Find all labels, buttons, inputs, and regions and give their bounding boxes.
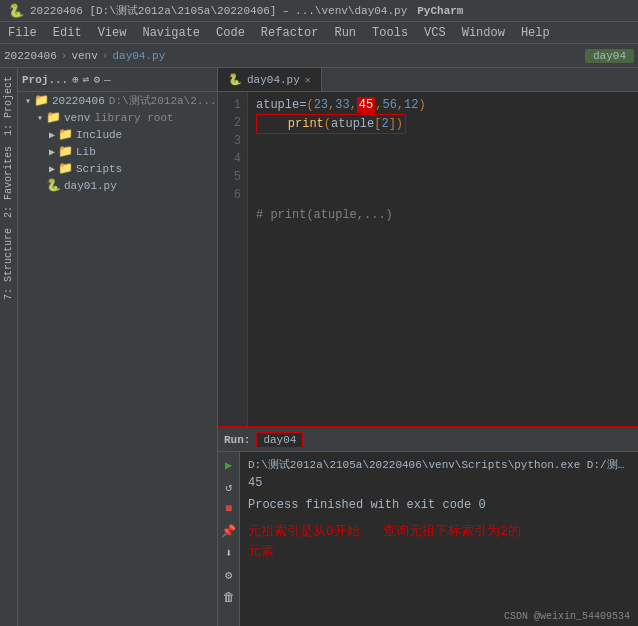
tree-item-20220406[interactable]: ▾ 📁 20220406 D:\测试2012a\2...	[18, 92, 217, 109]
output-process: Process finished with exit code 0	[248, 496, 630, 514]
tree-item-day01[interactable]: ▶ 🐍 day01.py	[18, 177, 217, 194]
title-text: 20220406 [D:\测试2012a\2105a\20220406]	[30, 3, 276, 18]
tree-label-include: Include	[76, 129, 122, 141]
tree-label-20220406: 20220406	[52, 95, 105, 107]
main-layout: 1: Project 2: Favorites 7: Structure Pro…	[0, 68, 638, 626]
tree-item-lib[interactable]: ▶ 📁 Lib	[18, 143, 217, 160]
code-content[interactable]: atuple=(23,33,45,56,12) print(atuple[2])…	[248, 92, 638, 426]
tab-label-day04: day04.py	[247, 74, 300, 86]
breadcrumb-file[interactable]: day04.py	[112, 50, 165, 62]
project-panel: Proj... ⊕ ⇌ ⚙ — ▾ 📁 20220406 D:\测试2012a\…	[18, 68, 218, 626]
tree-arrow-scripts: ▶	[46, 163, 58, 175]
menu-refactor[interactable]: Refactor	[253, 22, 327, 43]
toolbar: 20220406 › venv › day04.py day04	[0, 44, 638, 68]
tree-arrow-20220406: ▾	[22, 95, 34, 107]
breadcrumb: 20220406 › venv › day04.py	[4, 50, 165, 62]
watermark: CSDN @weixin_54409534	[504, 611, 630, 622]
tab-structure[interactable]: 7: Structure	[1, 224, 16, 304]
tree-item-scripts[interactable]: ▶ 📁 Scripts	[18, 160, 217, 177]
project-panel-title: Proj...	[22, 74, 68, 86]
tree-item-venv[interactable]: ▾ 📁 venv library root	[18, 109, 217, 126]
tree-sublabel-venv: library root	[94, 112, 173, 124]
tab-project[interactable]: 1: Project	[1, 72, 16, 140]
menu-help[interactable]: Help	[513, 22, 558, 43]
app-icon: 🐍	[8, 3, 24, 19]
project-panel-header: Proj... ⊕ ⇌ ⚙ —	[18, 68, 217, 92]
menu-run[interactable]: Run	[326, 22, 364, 43]
menu-window[interactable]: Window	[454, 22, 513, 43]
tree-label-lib: Lib	[76, 146, 96, 158]
run-tab-name[interactable]: day04	[256, 432, 303, 448]
run-scroll-btn[interactable]: ⬇	[220, 544, 238, 562]
line-numbers: 1 2 3 4 5 6	[218, 92, 248, 426]
folder-icon-lib: 📁	[58, 144, 73, 159]
run-output: D:\测试2012a\2105a\20220406\venv\Scripts\p…	[240, 452, 638, 626]
tree-label-scripts: Scripts	[76, 163, 122, 175]
breadcrumb-venv[interactable]: venv	[71, 50, 97, 62]
title-app: PyCharm	[417, 5, 463, 17]
run-rerun-btn[interactable]: ↺	[220, 478, 238, 496]
folder-icon-venv: 📁	[46, 110, 61, 125]
tree-arrow-include: ▶	[46, 129, 58, 141]
run-pin-btn[interactable]: 📌	[220, 522, 238, 540]
run-panel: Run: day04 ▶ ↺ ■ 📌 ⬇ ⚙ 🗑 D:\测试2012a\2105…	[218, 426, 638, 626]
run-panel-header: Run: day04	[218, 428, 638, 452]
menu-code[interactable]: Code	[208, 22, 253, 43]
folder-icon-include: 📁	[58, 127, 73, 142]
tab-favorites[interactable]: 2: Favorites	[1, 142, 16, 222]
menu-bar: File Edit View Navigate Code Refactor Ru…	[0, 22, 638, 44]
menu-edit[interactable]: Edit	[45, 22, 90, 43]
tab-day04[interactable]: 🐍 day04.py ✕	[218, 68, 322, 91]
tree-arrow-venv: ▾	[34, 112, 46, 124]
project-add-icon[interactable]: ⊕	[72, 73, 79, 86]
run-body: ▶ ↺ ■ 📌 ⬇ ⚙ 🗑 D:\测试2012a\2105a\20220406\…	[218, 452, 638, 626]
menu-view[interactable]: View	[90, 22, 135, 43]
left-sidebar-tabs: 1: Project 2: Favorites 7: Structure	[0, 68, 18, 626]
py-tab-icon: 🐍	[228, 73, 242, 86]
output-result: 45	[248, 474, 630, 492]
tree-sublabel-20220406: D:\测试2012a\2...	[109, 93, 217, 108]
project-settings-icon[interactable]: ⚙	[93, 73, 100, 86]
breadcrumb-sep2: ›	[102, 50, 109, 62]
run-stop-btn[interactable]: ■	[220, 500, 238, 518]
run-delete-btn[interactable]: 🗑	[220, 588, 238, 606]
folder-icon-scripts: 📁	[58, 161, 73, 176]
project-collapse-icon[interactable]: —	[104, 74, 111, 86]
project-tree: ▾ 📁 20220406 D:\测试2012a\2... ▾ 📁 venv li…	[18, 92, 217, 626]
breadcrumb-20220406[interactable]: 20220406	[4, 50, 57, 62]
run-label: Run:	[224, 434, 250, 446]
tree-arrow-lib: ▶	[46, 146, 58, 158]
title-file: ...\venv\day04.py	[295, 5, 407, 17]
project-sync-icon[interactable]: ⇌	[83, 73, 90, 86]
tree-label-day01: day01.py	[64, 180, 117, 192]
run-sidebar: ▶ ↺ ■ 📌 ⬇ ⚙ 🗑	[218, 452, 240, 626]
title-bar: 🐍 20220406 [D:\测试2012a\2105a\20220406] –…	[0, 0, 638, 22]
menu-vcs[interactable]: VCS	[416, 22, 454, 43]
menu-file[interactable]: File	[0, 22, 45, 43]
breadcrumb-sep1: ›	[61, 50, 68, 62]
folder-icon-20220406: 📁	[34, 93, 49, 108]
run-badge[interactable]: day04	[585, 49, 634, 63]
run-settings-btn[interactable]: ⚙	[220, 566, 238, 584]
title-sep: –	[282, 5, 289, 17]
tree-item-include[interactable]: ▶ 📁 Include	[18, 126, 217, 143]
tab-close-day04[interactable]: ✕	[305, 74, 311, 86]
run-play-btn[interactable]: ▶	[220, 456, 238, 474]
menu-tools[interactable]: Tools	[364, 22, 416, 43]
editor-tab-bar: 🐍 day04.py ✕	[218, 68, 638, 92]
code-editor[interactable]: 1 2 3 4 5 6 atuple=(23,33,45,56,12) prin…	[218, 92, 638, 426]
output-annotation: 元祖索引是从0开始 查询元祖下标索引为2的元素	[248, 522, 630, 562]
output-path: D:\测试2012a\2105a\20220406\venv\Scripts\p…	[248, 456, 630, 474]
py-icon-day01: 🐍	[46, 178, 61, 193]
menu-navigate[interactable]: Navigate	[134, 22, 208, 43]
tree-label-venv: venv	[64, 112, 90, 124]
editor-area: 🐍 day04.py ✕ 1 2 3 4 5 6 atuple=(23,33,4…	[218, 68, 638, 426]
